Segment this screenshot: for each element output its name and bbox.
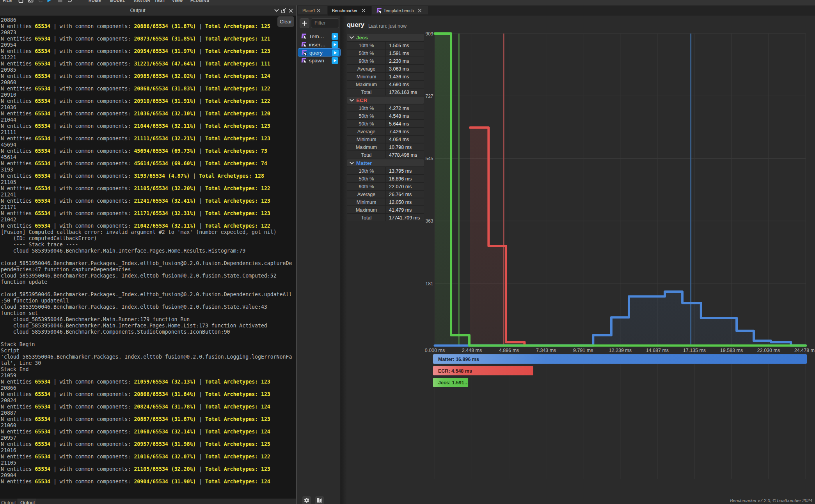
- plus-icon: [302, 21, 307, 26]
- tab-label: Place1: [302, 8, 316, 13]
- log-line-id: 21111: [1, 129, 295, 136]
- menu-plugins[interactable]: PLUGINS: [190, 0, 210, 3]
- stat-value: 7.426 ms: [389, 129, 409, 134]
- log-line-id: 21060: [1, 423, 295, 429]
- run-benchmark-button[interactable]: [332, 41, 338, 48]
- log-line-bench: N entities 65534 | with common component…: [1, 48, 295, 55]
- x-tick-label: 24.478 ms: [794, 348, 815, 353]
- output-panel: Output 20886N entities 65534 | with comm…: [0, 5, 296, 504]
- stats-header-ecr[interactable]: ECR: [347, 97, 424, 104]
- log-line-bench: N entities 65534 | with common component…: [1, 416, 295, 423]
- output-status-tab[interactable]: Output: [18, 499, 36, 504]
- x-tick-label: 12.239 ms: [609, 348, 632, 353]
- stats-row: Average7.426 ms: [347, 128, 424, 135]
- stats-header-jecs[interactable]: Jecs: [347, 34, 424, 41]
- output-log[interactable]: 20886N entities 65534 | with common comp…: [1, 17, 295, 498]
- run-benchmark-button[interactable]: [332, 50, 339, 56]
- benchmark-item-inser[interactable]: inser…: [298, 41, 341, 49]
- stat-label: Maximum: [347, 82, 386, 87]
- output-panel-header[interactable]: Output: [0, 5, 296, 16]
- stats-row: Total1726.163 ms: [347, 88, 424, 95]
- log-line-bench: N entities 65534 | with common component…: [1, 391, 295, 398]
- undo-icon[interactable]: [67, 0, 73, 4]
- settings-button[interactable]: [302, 496, 311, 504]
- stat-label: 90th %: [347, 184, 386, 189]
- log-line-id: 20824: [1, 398, 295, 404]
- menu-model[interactable]: MODEL: [110, 0, 125, 3]
- popin-icon[interactable]: [281, 8, 286, 13]
- menu-test[interactable]: TEST: [154, 0, 165, 3]
- log-line-error: cloud_5853950046.Benchmarker.Packages._I…: [1, 273, 295, 279]
- log-line-error: Script: [1, 348, 295, 354]
- tab-close-icon[interactable]: [317, 9, 321, 12]
- y-tick-label: 363: [425, 218, 433, 224]
- stat-value: 41.479 ms: [389, 207, 412, 213]
- menu-file[interactable]: FILE: [3, 0, 12, 3]
- log-line-id: 20886: [1, 17, 295, 23]
- tab-benchmarker[interactable]: Benchmarker: [328, 6, 371, 16]
- output-status-tab-current[interactable]: Output: [0, 499, 17, 504]
- log-line-error: function update: [1, 279, 295, 285]
- clear-output-button[interactable]: Clear: [277, 16, 294, 27]
- stat-label: Total: [347, 90, 386, 95]
- stat-value: 1726.163 ms: [389, 90, 417, 95]
- stat-label: 10th %: [347, 168, 386, 174]
- stat-value: 1.591 ms: [389, 51, 409, 56]
- benchmark-item-query[interactable]: query: [298, 48, 341, 57]
- tab-place1[interactable]: Place1: [298, 6, 327, 14]
- stat-value: 22.070 ms: [389, 184, 412, 189]
- histogram-chart[interactable]: 9097275453631810.000 ms2.448 ms4.896 ms7…: [425, 29, 815, 499]
- log-line-id: 21105: [1, 460, 295, 466]
- benchmark-item-Tem[interactable]: Tem…: [298, 32, 341, 41]
- caret-down-icon[interactable]: [75, 0, 81, 4]
- log-line-id: 20957: [1, 435, 295, 441]
- menu-avatar[interactable]: AVATAR: [134, 0, 150, 3]
- stat-label: Minimum: [347, 137, 386, 142]
- stats-row: Minimum4.054 ms: [347, 136, 424, 143]
- legend-label: Jecs: 1.591…: [438, 380, 469, 386]
- menu-view[interactable]: VIEW: [172, 0, 183, 3]
- play-icon[interactable]: [46, 0, 53, 4]
- filter-field[interactable]: [311, 18, 339, 28]
- log-line-error: pendencies:47 function captureDependenci…: [1, 267, 295, 273]
- x-tick-label: 22.030 ms: [757, 348, 780, 353]
- tab-close-icon[interactable]: [418, 9, 422, 12]
- new-doc-icon[interactable]: [18, 0, 24, 4]
- log-line-id: 45614: [1, 154, 295, 161]
- stat-label: 90th %: [347, 58, 386, 64]
- play-icon: [334, 43, 337, 46]
- chevron-down-icon[interactable]: [274, 9, 279, 12]
- docs-button[interactable]: [315, 496, 324, 504]
- log-line-id: 20910: [1, 92, 295, 98]
- save-icon[interactable]: [28, 0, 34, 4]
- run-benchmark-button[interactable]: [332, 33, 338, 40]
- filter-input[interactable]: [314, 20, 336, 26]
- output-status-bar: Output Output: [0, 498, 296, 504]
- stats-row: 50th %16.896 ms: [347, 175, 424, 182]
- benchmark-item-label: inser…: [309, 42, 326, 48]
- benchmark-item-label: query: [309, 50, 323, 56]
- stats-row: Average3.063 ms: [347, 65, 424, 72]
- stats-row: Total4778.496 ms: [347, 151, 424, 158]
- stat-value: 17741.709 ms: [389, 215, 420, 221]
- tab-template-bench[interactable]: Template.bench: [372, 6, 428, 14]
- stat-label: Minimum: [347, 74, 386, 80]
- stop-icon[interactable]: [57, 0, 63, 4]
- legend-bar-Matter[interactable]: [433, 354, 807, 364]
- stats-header-matter[interactable]: Matter: [347, 159, 424, 166]
- stats-row: Maximum41.479 ms: [347, 206, 424, 213]
- log-line-bench: N entities 65534 | with common component…: [1, 429, 295, 435]
- stat-label: 90th %: [347, 121, 386, 127]
- add-benchmark-button[interactable]: [300, 18, 309, 28]
- benchmark-item-spawn[interactable]: spawn: [298, 57, 341, 65]
- document-tab-bar: Place1BenchmarkerTemplate.bench: [297, 5, 815, 16]
- run-benchmark-button[interactable]: [332, 57, 338, 64]
- chevron-down-icon: [350, 99, 354, 102]
- menu-home[interactable]: HOME: [89, 0, 101, 3]
- tab-close-icon[interactable]: [362, 9, 366, 12]
- stats-row: 50th %4.548 ms: [347, 112, 424, 119]
- log-line-error: :50 function updateAll: [1, 298, 295, 304]
- stat-value: 1.505 ms: [389, 43, 409, 48]
- close-icon[interactable]: [289, 9, 293, 13]
- redo-icon[interactable]: [37, 0, 44, 4]
